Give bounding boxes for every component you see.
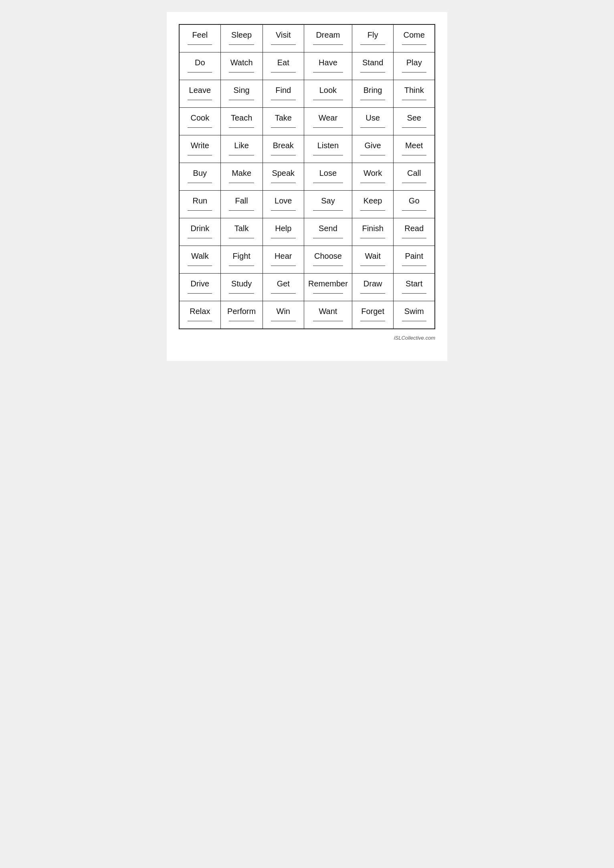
write-line [229,266,254,266]
word-label: Get [277,279,290,288]
table-cell: Use [352,108,394,135]
table-cell: Like [220,135,263,163]
table-cell: Sing [220,80,263,108]
write-line [229,183,254,183]
write-line [188,210,212,211]
write-line [188,127,212,128]
write-line [360,155,385,155]
table-cell: Speak [263,163,304,191]
write-line [313,100,343,100]
write-line [313,155,343,155]
word-label: Walk [191,252,209,261]
table-cell: Get [263,274,304,301]
write-line [271,127,296,128]
table-cell: See [394,108,435,135]
table-cell: Remember [304,274,352,301]
word-label: Play [406,58,422,67]
write-line [271,155,296,155]
word-label: Bring [364,86,382,95]
table-cell: Run [179,191,220,218]
table-cell: Choose [304,246,352,274]
table-cell: Fly [352,24,394,52]
write-line [313,238,343,238]
table-cell: Perform [220,301,263,329]
table-cell: Wear [304,108,352,135]
word-label: Eat [277,58,289,67]
word-label: Send [319,224,337,233]
table-cell: Look [304,80,352,108]
table-cell: Finish [352,218,394,246]
word-label: Hear [275,252,292,261]
word-label: Finish [362,224,383,233]
table-cell: Break [263,135,304,163]
write-line [229,321,254,321]
word-label: Want [319,307,337,316]
write-line [402,44,426,45]
table-cell: Wait [352,246,394,274]
table-cell: Go [394,191,435,218]
word-label: Help [275,224,291,233]
write-line [313,321,343,321]
table-cell: Feel [179,24,220,52]
word-label: Perform [227,307,256,316]
table-cell: Sleep [220,24,263,52]
write-line [402,266,426,266]
write-line [188,44,212,45]
write-line [402,127,426,128]
word-label: Do [195,58,205,67]
table-cell: Talk [220,218,263,246]
table-cell: Come [394,24,435,52]
write-line [402,321,426,321]
table-cell: Think [394,80,435,108]
word-label: Have [319,58,337,67]
word-label: Win [277,307,290,316]
table-cell: Bring [352,80,394,108]
write-line [188,321,212,321]
word-label: Watch [230,58,253,67]
table-cell: Relax [179,301,220,329]
table-cell: Forget [352,301,394,329]
table-cell: Watch [220,52,263,80]
write-line [360,238,385,238]
write-line [402,183,426,183]
write-line [188,155,212,155]
table-cell: Play [394,52,435,80]
word-label: Speak [272,169,295,178]
word-label: Meet [405,141,423,150]
table-cell: Cook [179,108,220,135]
word-label: Think [404,86,424,95]
write-line [271,293,296,294]
write-line [402,293,426,294]
table-cell: Do [179,52,220,80]
write-line [188,293,212,294]
word-label: Forget [361,307,384,316]
word-label: See [407,113,421,123]
table-cell: Buy [179,163,220,191]
table-cell: Want [304,301,352,329]
table-cell: Love [263,191,304,218]
word-label: Go [409,196,420,205]
table-cell: Work [352,163,394,191]
table-cell: Keep [352,191,394,218]
word-label: Come [404,30,425,40]
word-table: FeelSleepVisitDreamFlyComeDoWatchEatHave… [179,24,435,329]
write-line [229,127,254,128]
word-label: Run [193,196,208,205]
write-line [402,72,426,73]
word-label: Remember [308,279,348,288]
word-label: Look [319,86,337,95]
word-label: Sing [234,86,250,95]
table-cell: Win [263,301,304,329]
write-line [188,266,212,266]
write-line [360,321,385,321]
word-label: Sleep [231,30,252,40]
word-label: Visit [276,30,291,40]
word-label: Take [275,113,292,123]
table-cell: Dream [304,24,352,52]
write-line [271,183,296,183]
word-label: Use [366,113,380,123]
write-line [360,44,385,45]
write-line [313,183,343,183]
table-cell: Find [263,80,304,108]
write-line [313,266,343,266]
